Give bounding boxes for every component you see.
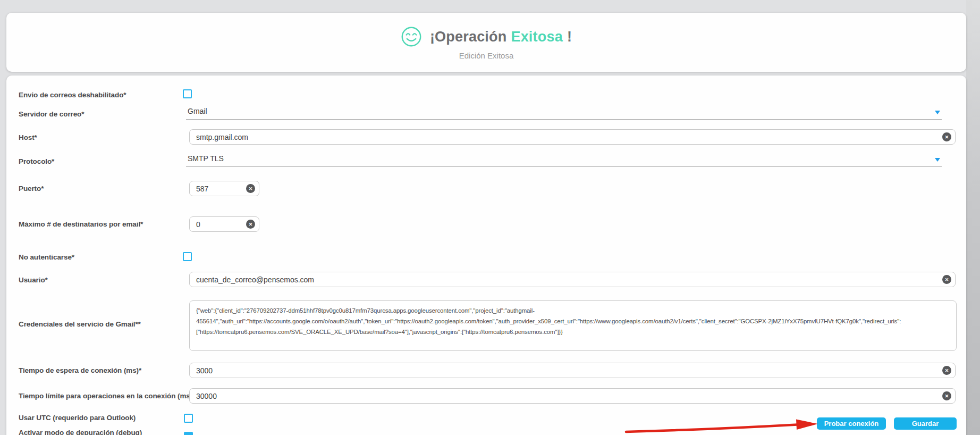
test-connection-button[interactable]: Probar conexión: [817, 417, 886, 430]
chevron-down-icon[interactable]: [935, 158, 940, 162]
field-label-max-recipients: Máximo # de destinatarios por email*: [19, 220, 143, 228]
user-input[interactable]: [189, 272, 956, 287]
email-config-page: ¡OperaciónExitosa! Edición Exitosa Envio…: [0, 0, 980, 435]
clear-icon[interactable]: ✕: [246, 220, 255, 229]
page-title: ¡OperaciónExitosa!: [430, 29, 572, 45]
clear-icon[interactable]: ✕: [942, 391, 951, 400]
clear-icon[interactable]: ✕: [246, 184, 255, 193]
server-select[interactable]: Gmail: [186, 105, 942, 120]
protocol-select[interactable]: SMTP TLS: [186, 153, 942, 167]
field-label-credentials: Credenciales del servicio de Gmail**: [19, 320, 141, 328]
server-select-value: Gmail: [186, 105, 942, 115]
chevron-down-icon[interactable]: [935, 111, 940, 114]
clear-icon[interactable]: ✕: [942, 275, 951, 284]
host-field: ✕: [189, 129, 956, 145]
conn-timeout-input[interactable]: [189, 363, 956, 378]
op-timeout-input[interactable]: [189, 388, 956, 404]
field-label-use-utc: Usar UTC (requerido para Outlook): [19, 414, 136, 422]
field-label-conn-timeout: Tiempo de espera de conexión (ms)*: [19, 366, 141, 374]
smiley-icon: [401, 26, 422, 47]
save-button[interactable]: Guardar: [894, 417, 957, 430]
max-recipients-field: ✕: [189, 216, 259, 232]
disable-send-checkbox[interactable]: [183, 89, 192, 98]
op-timeout-field: ✕: [189, 388, 956, 404]
right-edge-shadow: [966, 0, 980, 435]
success-message-card: ¡OperaciónExitosa! Edición Exitosa: [6, 13, 966, 72]
field-label-port: Puerto*: [19, 185, 44, 193]
page-subtitle: Edición Exitosa: [6, 51, 966, 60]
host-input[interactable]: [189, 129, 956, 145]
field-label-protocol: Protocolo*: [19, 157, 54, 165]
field-label-host: Host*: [19, 133, 37, 141]
field-label-user: Usuario*: [19, 276, 48, 284]
field-label-cutoff: Activar modo de depuración (debug): [19, 429, 142, 435]
cutoff-row-checkbox[interactable]: [184, 432, 193, 435]
use-utc-checkbox[interactable]: [184, 414, 193, 423]
credentials-textarea[interactable]: {"web":{"client_id":"276709202737-ddm51h…: [189, 300, 957, 351]
success-title-row: ¡OperaciónExitosa!: [6, 13, 966, 47]
user-field: ✕: [189, 272, 956, 287]
field-label-no-auth: No autenticarse*: [19, 253, 74, 261]
field-label-op-timeout: Tiempo límite para operaciones en la con…: [19, 392, 195, 400]
conn-timeout-field: ✕: [189, 363, 956, 378]
protocol-select-value: SMTP TLS: [186, 153, 942, 163]
no-auth-checkbox[interactable]: [183, 252, 192, 261]
field-label-server: Servidor de correo*: [19, 110, 84, 118]
clear-icon[interactable]: ✕: [942, 366, 951, 375]
clear-icon[interactable]: ✕: [942, 132, 951, 141]
field-label-disable-send: Envio de correos deshabilitado*: [19, 91, 126, 99]
port-field: ✕: [189, 181, 259, 196]
